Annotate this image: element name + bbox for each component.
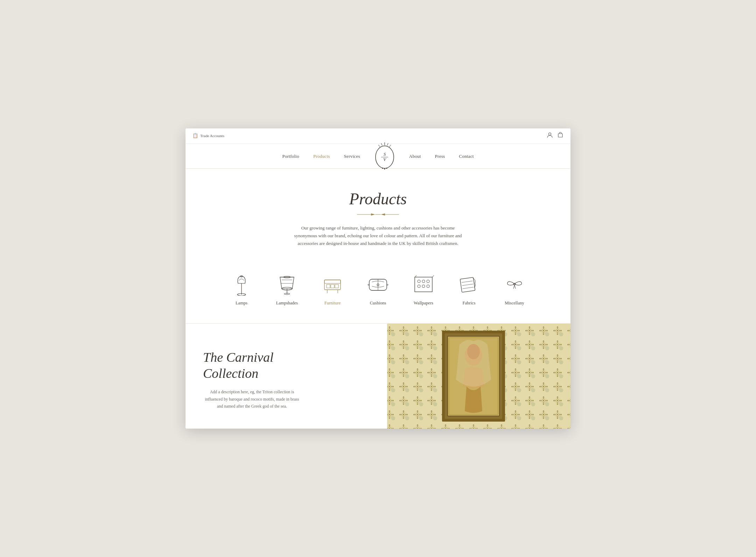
svg-line-4	[387, 143, 388, 146]
products-title: Products	[192, 190, 564, 208]
miscellany-icon	[500, 272, 528, 296]
carnival-description: Add a description here, eg, the Triton c…	[203, 388, 301, 410]
nav-link-about[interactable]: About	[409, 154, 421, 159]
furniture-icon	[318, 272, 346, 296]
browser-window: 📋 Trade Accounts Port	[186, 128, 570, 429]
user-icon[interactable]	[547, 132, 553, 140]
nav-link-services[interactable]: Services	[344, 154, 360, 159]
lampshades-icon	[273, 272, 301, 296]
fabrics-label: Fabrics	[463, 301, 476, 306]
svg-rect-32	[331, 284, 334, 288]
svg-point-0	[549, 133, 551, 135]
miscellany-label: Miscellany	[505, 301, 524, 306]
svg-point-8	[382, 168, 383, 169]
nav-link-portfolio[interactable]: Portfolio	[282, 154, 299, 159]
carnival-wallpaper-bg	[387, 324, 570, 429]
svg-point-40	[418, 280, 420, 283]
svg-point-10	[386, 168, 387, 169]
lamps-label: Lamps	[236, 301, 247, 306]
svg-line-5	[378, 145, 380, 147]
wallpapers-label: Wallpapers	[414, 301, 433, 306]
svg-line-49	[462, 281, 473, 282]
svg-line-50	[462, 284, 473, 285]
category-lampshades[interactable]: Lampshades	[264, 272, 310, 306]
categories-row: Lamps Lampshades	[186, 258, 570, 324]
svg-line-53	[513, 285, 514, 289]
svg-text:S: S	[383, 151, 386, 157]
svg-line-47	[432, 275, 434, 277]
svg-rect-39	[415, 277, 432, 292]
cushions-icon	[364, 272, 392, 296]
svg-marker-15	[371, 213, 375, 216]
nav-link-contact[interactable]: Contact	[459, 154, 474, 159]
nav-item-contact[interactable]: Contact	[452, 144, 481, 168]
carnival-image	[387, 324, 570, 429]
category-miscellany[interactable]: Miscellany	[492, 272, 537, 306]
arrow-divider	[192, 212, 564, 217]
top-bar-icons	[547, 132, 564, 140]
svg-rect-29	[324, 280, 341, 290]
category-fabrics[interactable]: Fabrics	[446, 272, 492, 306]
trade-accounts-label: Trade Accounts	[200, 134, 224, 138]
logo-container[interactable]: S V	[367, 142, 402, 170]
category-cushions[interactable]: Cushions	[355, 272, 401, 306]
svg-point-43	[418, 285, 420, 288]
arrow-ornament	[357, 212, 399, 217]
svg-point-45	[427, 285, 429, 288]
category-lamps[interactable]: Lamps	[219, 272, 264, 306]
nav-item-about[interactable]: About	[402, 144, 428, 168]
category-wallpapers[interactable]: Wallpapers	[401, 272, 446, 306]
products-header: Products Our growing range of furniture,…	[186, 169, 570, 258]
nav-link-press[interactable]: Press	[435, 154, 445, 159]
carnival-left: The CarnivalCollection Add a description…	[186, 324, 387, 429]
svg-line-54	[514, 285, 516, 289]
nav-link-products[interactable]: Products	[313, 154, 330, 159]
svg-line-3	[381, 143, 382, 146]
carnival-title: The CarnivalCollection	[203, 350, 370, 381]
products-description: Our growing range of furniture, lighting…	[290, 224, 465, 247]
svg-point-41	[422, 280, 425, 283]
logo-svg: S V	[373, 142, 397, 170]
trade-accounts-link[interactable]: 📋 Trade Accounts	[192, 133, 224, 139]
nav-item-products[interactable]: Products	[306, 144, 337, 168]
svg-point-9	[384, 168, 385, 169]
svg-rect-30	[324, 280, 341, 283]
cart-icon[interactable]	[557, 132, 564, 140]
nav-right: About Press Contact	[402, 144, 481, 168]
category-furniture[interactable]: Furniture	[310, 272, 355, 306]
furniture-label: Furniture	[324, 301, 341, 306]
nav-item-services[interactable]: Services	[337, 144, 367, 168]
nav-item-portfolio[interactable]: Portfolio	[275, 144, 306, 168]
trade-icon: 📋	[192, 133, 198, 139]
svg-line-51	[462, 287, 474, 288]
svg-rect-1	[558, 134, 562, 137]
nav-left: Portfolio Products Services	[275, 144, 367, 168]
nav-item-press[interactable]: Press	[428, 144, 452, 168]
svg-point-42	[427, 280, 429, 283]
svg-line-6	[389, 145, 391, 147]
navigation: Portfolio Products Services	[186, 144, 570, 169]
lampshades-label: Lampshades	[276, 301, 298, 306]
svg-rect-31	[327, 284, 330, 288]
carnival-section: The CarnivalCollection Add a description…	[186, 324, 570, 429]
lamps-icon	[227, 272, 255, 296]
cushions-label: Cushions	[370, 301, 386, 306]
fabrics-icon	[455, 272, 483, 296]
svg-line-46	[415, 275, 416, 277]
main-content: Products Our growing range of furniture,…	[186, 169, 570, 429]
svg-rect-33	[335, 284, 338, 288]
wallpapers-icon	[410, 272, 438, 296]
svg-point-44	[422, 285, 425, 288]
svg-text:V: V	[383, 157, 387, 162]
svg-marker-17	[381, 213, 385, 216]
